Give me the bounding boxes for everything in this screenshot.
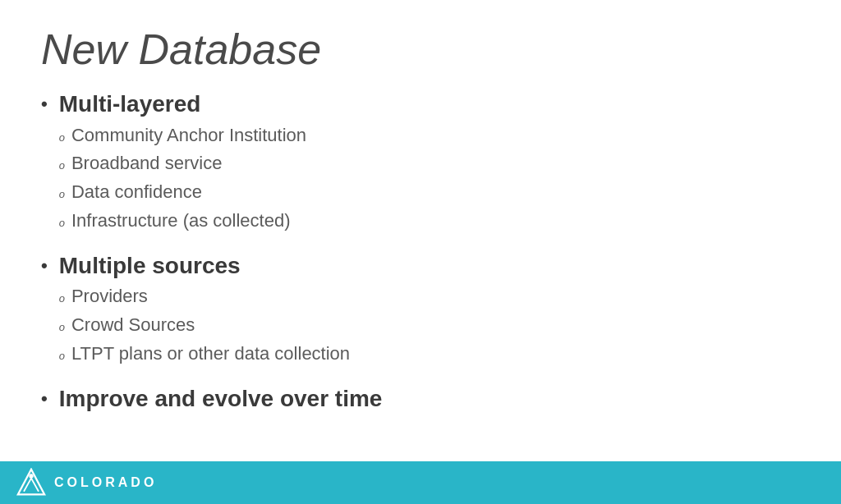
footer-bar: COLORADO	[0, 461, 841, 504]
main-list: • Multi-layered o Community Anchor Insti…	[41, 90, 800, 412]
sub-item-1-1: o Community Anchor Institution	[59, 123, 306, 149]
item-3-content: Improve and evolve over time	[59, 385, 383, 413]
sub-list-2: o Providers o Crowd Sources o LTPT plans…	[59, 284, 350, 369]
sub-item-2-1: o Providers	[59, 284, 350, 309]
item-1-label: Multi-layered	[59, 90, 306, 118]
sub-item-2-3: o LTPT plans or other data collection	[59, 341, 350, 367]
sub-bullet-icon: o	[59, 320, 65, 335]
item-2-label: Multiple sources	[59, 252, 350, 280]
list-item-3: • Improve and evolve over time	[41, 385, 800, 413]
sub-bullet-icon: o	[59, 131, 65, 145]
svg-marker-0	[18, 470, 44, 495]
sub-item-1-4: o Infrastructure (as collected)	[59, 208, 306, 234]
sub-item-label: Broadband service	[71, 151, 222, 176]
sub-item-label: Community Anchor Institution	[71, 123, 306, 149]
list-item-1: • Multi-layered o Community Anchor Insti…	[41, 90, 800, 237]
colorado-logo-icon	[16, 468, 46, 497]
sub-item-label: LTPT plans or other data collection	[71, 341, 350, 367]
sub-bullet-icon: o	[59, 216, 65, 231]
slide-content: New Database • Multi-layered o Community…	[0, 0, 841, 504]
item-2-content: Multiple sources o Providers o Crowd Sou…	[59, 252, 350, 370]
item-1-content: Multi-layered o Community Anchor Institu…	[59, 90, 306, 237]
sub-item-label: Data confidence	[71, 180, 202, 205]
slide-title: New Database	[41, 25, 800, 74]
bullet-1: •	[41, 94, 48, 115]
bullet-3: •	[41, 388, 48, 410]
sub-item-label: Infrastructure (as collected)	[71, 208, 291, 234]
sub-list-1: o Community Anchor Institution o Broadba…	[59, 123, 306, 237]
sub-item-label: Providers	[71, 284, 148, 309]
colorado-logo: COLORADO	[16, 468, 157, 497]
svg-point-1	[29, 474, 33, 478]
bullet-2: •	[41, 255, 48, 277]
colorado-text: COLORADO	[54, 475, 157, 490]
sub-item-2-2: o Crowd Sources	[59, 313, 350, 338]
sub-bullet-icon: o	[59, 349, 65, 364]
list-item-2: • Multiple sources o Providers o Crowd S…	[41, 252, 800, 370]
sub-item-label: Crowd Sources	[71, 313, 195, 338]
sub-item-1-3: o Data confidence	[59, 180, 306, 205]
sub-bullet-icon: o	[59, 187, 65, 202]
sub-bullet-icon: o	[59, 158, 65, 173]
sub-bullet-icon: o	[59, 291, 65, 306]
sub-item-1-2: o Broadband service	[59, 151, 306, 176]
item-3-label: Improve and evolve over time	[59, 385, 383, 413]
